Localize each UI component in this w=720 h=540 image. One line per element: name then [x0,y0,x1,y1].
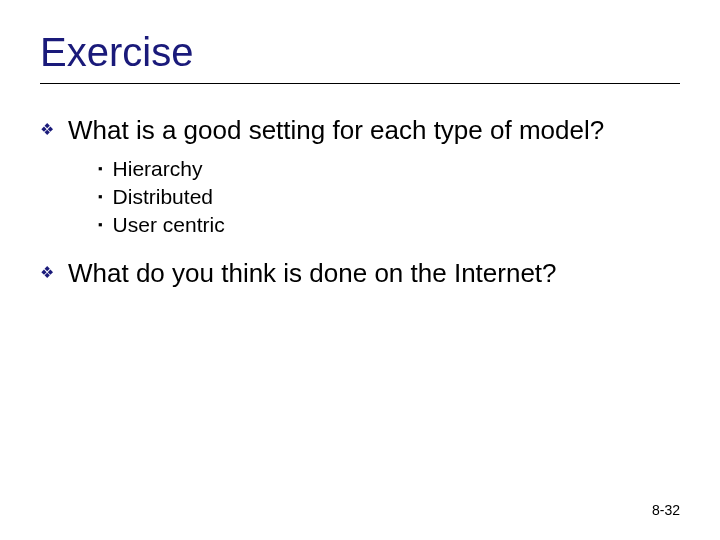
title-divider [40,83,680,84]
square-bullet-icon: ▪ [98,161,103,176]
page-number: 8-32 [652,502,680,518]
diamond-bullet-icon: ❖ [40,120,54,139]
sub-bullet-text: User centric [113,213,225,237]
slide-title: Exercise [40,30,680,75]
sub-bullet-text: Distributed [113,185,213,209]
sub-bullet-item: ▪ Hierarchy [98,157,680,181]
diamond-bullet-icon: ❖ [40,263,54,282]
bullet-text: What do you think is done on the Interne… [68,257,557,290]
square-bullet-icon: ▪ [98,189,103,204]
sub-bullet-item: ▪ Distributed [98,185,680,209]
sub-bullet-text: Hierarchy [113,157,203,181]
sub-list: ▪ Hierarchy ▪ Distributed ▪ User centric [98,157,680,237]
bullet-item: ❖ What do you think is done on the Inter… [40,257,680,290]
bullet-item: ❖ What is a good setting for each type o… [40,114,680,147]
bullet-text: What is a good setting for each type of … [68,114,604,147]
sub-bullet-item: ▪ User centric [98,213,680,237]
square-bullet-icon: ▪ [98,217,103,232]
